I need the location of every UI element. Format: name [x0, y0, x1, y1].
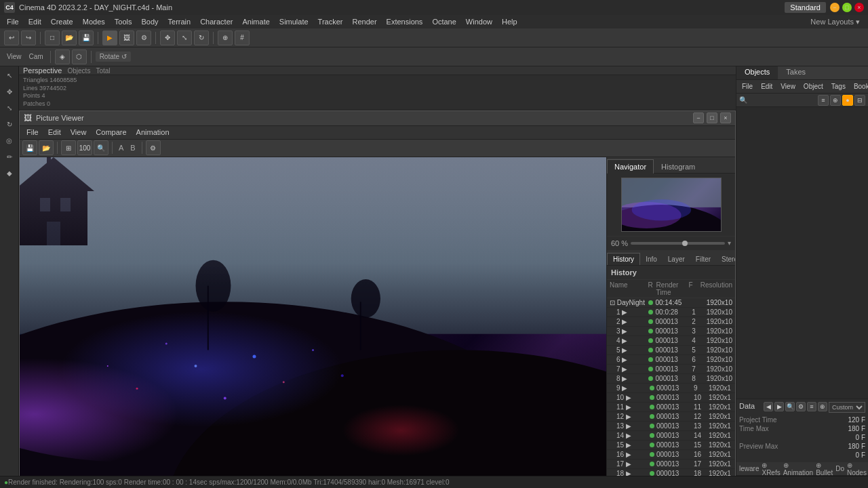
- history-row-11[interactable]: 11 ▶ 000013 11 1920x1: [607, 403, 735, 412]
- pv-edit-menu[interactable]: Edit: [44, 127, 65, 138]
- render-settings-btn[interactable]: ⚙: [136, 30, 151, 45]
- plugin-animation[interactable]: ⊕ Animation: [783, 462, 813, 476]
- stereo-tab[interactable]: Stereo: [716, 253, 735, 265]
- menu-file[interactable]: File: [3, 16, 23, 27]
- paint-btn[interactable]: ✏: [2, 149, 17, 164]
- pv-maximize-btn[interactable]: □: [707, 113, 717, 123]
- history-row-18[interactable]: 18 ▶ 000013 18 1920x1: [607, 469, 735, 476]
- pv-canvas[interactable]: [20, 157, 606, 476]
- standard-tab[interactable]: Standard: [785, 2, 826, 13]
- history-row-15[interactable]: 15 ▶ 000013 15 1920x1: [607, 441, 735, 450]
- layer-tab[interactable]: Layer: [663, 253, 690, 265]
- pv-save-btn[interactable]: 💾: [22, 140, 37, 155]
- filter-btn1[interactable]: ≡: [818, 95, 829, 106]
- sculpt-btn[interactable]: ◆: [2, 165, 17, 180]
- history-row-12[interactable]: 12 ▶ 000013 12 1920x1: [607, 412, 735, 422]
- move-btn[interactable]: ✥: [160, 30, 175, 45]
- rotate-btn[interactable]: ↻: [194, 30, 209, 45]
- scale-btn[interactable]: ⤡: [177, 30, 192, 45]
- move-tool-btn[interactable]: ✥: [2, 84, 17, 99]
- history-row-3[interactable]: 3 ▶ 000013 3 1920x10: [607, 327, 735, 336]
- menu-octane[interactable]: Octane: [428, 16, 460, 27]
- menu-create[interactable]: Create: [47, 16, 77, 27]
- history-row-6[interactable]: 6 ▶ 000013 6 1920x10: [607, 355, 735, 365]
- menu-edit[interactable]: Edit: [24, 16, 45, 27]
- maximize-button[interactable]: □: [842, 3, 852, 12]
- pv-minimize-btn[interactable]: −: [693, 113, 704, 123]
- pv-close-btn[interactable]: ×: [720, 113, 731, 123]
- data-extra-btn[interactable]: ⊕: [818, 402, 827, 411]
- pv-zoom-in-btn[interactable]: 🔍: [94, 140, 108, 155]
- plugin-nodes[interactable]: ⊕ Nodes: [847, 462, 867, 476]
- zoom-slider[interactable]: [631, 242, 725, 245]
- pv-zoom-100-btn[interactable]: 100: [77, 140, 92, 155]
- redo-btn[interactable]: ↪: [21, 30, 36, 45]
- undo-btn[interactable]: ↩: [4, 30, 19, 45]
- menu-render[interactable]: Render: [348, 16, 380, 27]
- history-row-14[interactable]: 14 ▶ 000013 14 1920x1: [607, 431, 735, 441]
- navigator-tab[interactable]: Navigator: [607, 159, 654, 174]
- pv-settings-btn[interactable]: ⚙: [146, 140, 161, 155]
- select-tool-btn[interactable]: ↖: [2, 68, 17, 83]
- objects-tab[interactable]: Objects: [736, 66, 778, 79]
- filter-tab[interactable]: Filter: [690, 253, 716, 265]
- zoom-handle[interactable]: [682, 241, 688, 246]
- pv-load-btn[interactable]: 📂: [39, 140, 54, 155]
- takes-tab[interactable]: Takes: [778, 66, 814, 79]
- pv-zoom-fit-btn[interactable]: ⊞: [61, 140, 76, 155]
- history-row-5[interactable]: 5 ▶ 000013 5 1920x10: [607, 346, 735, 355]
- pv-view-menu[interactable]: View: [66, 127, 91, 138]
- history-row-13[interactable]: 13 ▶ 000013 13 1920x1: [607, 422, 735, 431]
- filter-btn3[interactable]: ●: [842, 95, 853, 106]
- data-fwd-btn[interactable]: ▶: [774, 402, 784, 411]
- data-list-btn[interactable]: ≡: [807, 402, 816, 411]
- menu-character[interactable]: Character: [196, 16, 237, 27]
- history-row-8[interactable]: 8 ▶ 000013 8 1920x10: [607, 374, 735, 384]
- history-row-9[interactable]: 9 ▶ 000013 9 1920x1: [607, 384, 735, 393]
- data-back-btn[interactable]: ◀: [764, 402, 773, 411]
- props-tags-menu[interactable]: Tags: [829, 82, 848, 91]
- live-select-btn[interactable]: ◎: [2, 133, 17, 148]
- plugin-leware[interactable]: leware: [739, 465, 759, 472]
- history-row-7[interactable]: 7 ▶ 000013 7 1920x10: [607, 365, 735, 374]
- menu-terrain[interactable]: Terrain: [164, 16, 195, 27]
- plugin-xrefs[interactable]: ⊕ XRefs: [762, 462, 780, 476]
- props-edit-menu[interactable]: Edit: [758, 82, 775, 91]
- grid-btn[interactable]: #: [235, 30, 250, 45]
- new-btn[interactable]: □: [45, 30, 60, 45]
- menu-modes[interactable]: Modes: [79, 16, 109, 27]
- menu-help[interactable]: Help: [498, 16, 521, 27]
- display-btn[interactable]: ◈: [55, 49, 70, 64]
- close-button[interactable]: ×: [854, 3, 864, 12]
- pv-compare-menu[interactable]: Compare: [92, 127, 130, 138]
- render-view-btn[interactable]: 🖼: [119, 30, 134, 45]
- history-row-danight[interactable]: ⊡ DayNight 00:14:45 1920x10: [607, 298, 735, 308]
- history-row-10[interactable]: 10 ▶ 000013 10 1920x1: [607, 393, 735, 403]
- menu-simulate[interactable]: Simulate: [275, 16, 313, 27]
- props-object-menu[interactable]: Object: [801, 82, 826, 91]
- menu-tracker[interactable]: Tracker: [314, 16, 347, 27]
- menu-window[interactable]: Window: [462, 16, 496, 27]
- history-row-1[interactable]: 1 ▶ 00:0:28 1 1920x10: [607, 308, 735, 317]
- info-tab[interactable]: Info: [640, 253, 663, 265]
- data-dropdown[interactable]: Custom: [829, 402, 865, 413]
- menu-animate[interactable]: Animate: [238, 16, 273, 27]
- menu-extensions[interactable]: Extensions: [382, 16, 427, 27]
- props-bookmarks-menu[interactable]: Bookmarks: [851, 82, 868, 91]
- filter-btn4[interactable]: ⊟: [854, 95, 865, 106]
- data-search-btn[interactable]: 🔍: [785, 402, 795, 411]
- history-row-17[interactable]: 17 ▶ 000013 17 1920x1: [607, 460, 735, 469]
- menu-tools[interactable]: Tools: [111, 16, 136, 27]
- menu-body[interactable]: Body: [137, 16, 162, 27]
- data-settings-btn[interactable]: ⚙: [796, 402, 806, 411]
- new-layouts-btn[interactable]: New Layouts ▾: [805, 16, 865, 28]
- histogram-tab[interactable]: Histogram: [654, 159, 703, 174]
- filter-btn2[interactable]: ⊕: [830, 95, 841, 106]
- save-btn[interactable]: 💾: [79, 30, 94, 45]
- snap-btn[interactable]: ⊕: [218, 30, 233, 45]
- history-tab[interactable]: History: [607, 253, 640, 265]
- props-view-menu[interactable]: View: [778, 82, 798, 91]
- scene-tree[interactable]: [736, 107, 868, 399]
- history-row-16[interactable]: 16 ▶ 000013 16 1920x1: [607, 450, 735, 460]
- props-file-menu[interactable]: File: [739, 82, 755, 91]
